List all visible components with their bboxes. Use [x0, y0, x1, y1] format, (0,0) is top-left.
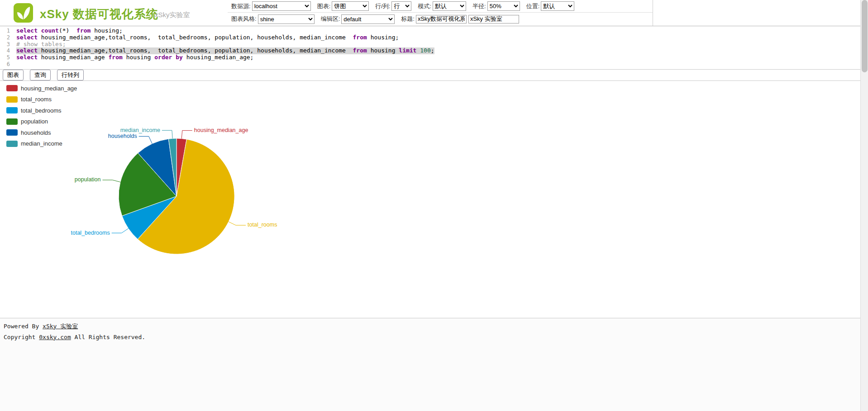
- footer: Powered By xSky 实验室 Copyright 0xsky.com …: [0, 318, 868, 411]
- logo-leaf-icon[interactable]: [14, 3, 33, 23]
- copyright-suffix: All Rights Reserved.: [71, 334, 145, 340]
- chart-style-label: 图表风格:: [231, 15, 257, 23]
- row-col-label: 行/列:: [375, 2, 390, 10]
- position-select[interactable]: 默认: [541, 1, 574, 11]
- pie-label-line: [139, 136, 153, 143]
- toolbar: 数据源: localhost 图表: 饼图 行/列: 行 模式: 默认 半径: …: [228, 0, 653, 26]
- code-text: select housing_median_age,total_rooms, t…: [16, 34, 399, 41]
- pie-label-line: [229, 222, 246, 225]
- code-text: # show tables;: [16, 41, 66, 48]
- code-line[interactable]: 2select housing_median_age,total_rooms, …: [0, 34, 868, 41]
- position-label: 位置:: [526, 2, 540, 10]
- pie-label: population: [75, 176, 101, 183]
- code-text: select housing_median_age,total_rooms, t…: [16, 47, 434, 54]
- app-title: xSky 数据可视化系统: [40, 6, 158, 22]
- line-number: 3: [0, 41, 16, 48]
- pie-label: households: [108, 133, 137, 139]
- chart-title-label: 标题:: [401, 15, 415, 23]
- pie-label-line: [103, 180, 120, 182]
- header: xSky 数据可视化系统 xSky实验室 数据源: localhost 图表: …: [0, 0, 868, 26]
- app-subtitle: xSky实验室: [155, 11, 190, 19]
- pie-label: total_rooms: [248, 222, 277, 228]
- line-number: 6: [0, 61, 16, 68]
- chart-title-input[interactable]: [416, 15, 467, 24]
- code-text: select housing_median_age from housing o…: [16, 54, 253, 61]
- editor-area-select[interactable]: default: [341, 14, 395, 24]
- tab-row-to-column[interactable]: 行转列: [57, 70, 84, 80]
- line-number: 4: [0, 47, 16, 54]
- radius-select[interactable]: 50%: [487, 1, 520, 11]
- pie-label-line: [162, 130, 172, 138]
- chart-subtitle-input[interactable]: [468, 15, 519, 24]
- copyright-text: Copyright: [4, 334, 39, 340]
- code-line[interactable]: 3# show tables;: [0, 41, 868, 48]
- pie-label-line: [112, 228, 129, 233]
- mode-select[interactable]: 默认: [433, 1, 466, 11]
- code-line[interactable]: 1select count(*) from housing;: [0, 28, 868, 34]
- line-number: 2: [0, 34, 16, 41]
- chart-type-select[interactable]: 饼图: [332, 1, 369, 11]
- sql-editor[interactable]: 1select count(*) from housing;2select ho…: [0, 26, 868, 70]
- code-text: select count(*) from housing;: [16, 28, 123, 34]
- chart-type-label: 图表:: [317, 2, 331, 10]
- toolbar-row-1: 数据源: localhost 图表: 饼图 行/列: 行 模式: 默认 半径: …: [228, 0, 653, 13]
- line-number: 1: [0, 28, 16, 34]
- mode-label: 模式:: [418, 2, 431, 10]
- tab-query[interactable]: 查询: [30, 70, 51, 80]
- pie-label-line: [181, 130, 192, 138]
- code-line[interactable]: 4select housing_median_age,total_rooms, …: [0, 47, 868, 54]
- code-lines: 1select count(*) from housing;2select ho…: [0, 28, 868, 68]
- chart-area: housing_median_agetotal_roomstotal_bedro…: [0, 81, 868, 318]
- tab-chart[interactable]: 图表: [3, 70, 24, 80]
- tab-bar: 图表 查询 行转列: [0, 70, 868, 81]
- pie-label: median_income: [120, 127, 160, 133]
- powered-by-text: Powered By: [4, 323, 43, 330]
- datasource-label: 数据源:: [231, 2, 251, 10]
- powered-by-line: Powered By xSky 实验室: [4, 322, 864, 331]
- datasource-select[interactable]: localhost: [252, 1, 311, 11]
- pie-chart: housing_median_agetotal_roomstotal_bedro…: [0, 81, 358, 318]
- vertical-scrollbar[interactable]: [860, 0, 868, 411]
- oxsky-link[interactable]: 0xsky.com: [39, 334, 71, 340]
- editor-area-label: 编辑区:: [321, 15, 340, 23]
- toolbar-row-2: 图表风格: shine 编辑区: default 标题:: [228, 13, 653, 25]
- copyright-line: Copyright 0xsky.com All Rights Reserved.: [4, 334, 864, 340]
- line-number: 5: [0, 54, 16, 61]
- pie-label: housing_median_age: [194, 127, 248, 133]
- code-line[interactable]: 5select housing_median_age from housing …: [0, 54, 868, 61]
- radius-label: 半径:: [472, 2, 486, 10]
- chart-style-select[interactable]: shine: [258, 14, 315, 24]
- xsky-lab-link[interactable]: xSky 实验室: [43, 323, 78, 330]
- scrollbar-thumb[interactable]: [862, 0, 868, 72]
- row-col-select[interactable]: 行: [391, 1, 411, 11]
- pie-label: total_bedrooms: [71, 229, 110, 236]
- code-line[interactable]: 6: [0, 61, 868, 68]
